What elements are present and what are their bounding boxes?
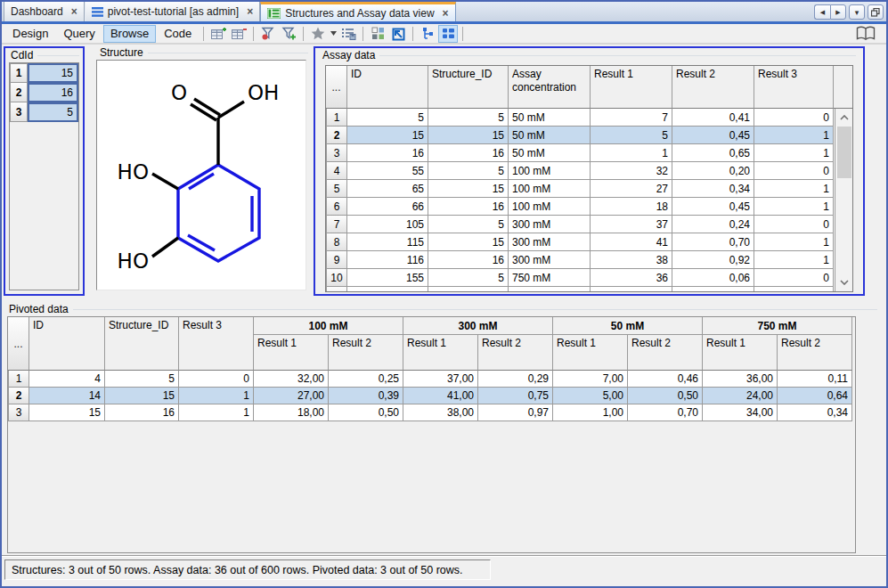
cell[interactable]: 0	[754, 269, 834, 287]
scroll-tabs-left-button[interactable]: ◀	[814, 4, 830, 20]
cell[interactable]: 15	[428, 233, 509, 251]
cell[interactable]: 0	[754, 162, 834, 180]
column-header[interactable]: Structure_ID	[428, 66, 509, 109]
cell[interactable]: 37	[591, 216, 672, 233]
table-row[interactable]: 811515300 mM410,701	[326, 233, 852, 251]
cell[interactable]: 24,00	[703, 388, 778, 404]
cell[interactable]: 1,00	[553, 404, 628, 421]
table-row[interactable]: 4555100 mM320,200	[326, 162, 852, 180]
row-number-cell[interactable]: 11	[326, 287, 347, 292]
cell[interactable]: 50 mM	[509, 144, 591, 162]
row-number-cell[interactable]: 1	[10, 63, 28, 83]
cell[interactable]: 1	[754, 233, 834, 251]
cell[interactable]: 5	[591, 127, 672, 144]
table-row[interactable]: 3161650 mM10,651	[326, 144, 852, 162]
cell[interactable]: 0,46	[628, 371, 703, 388]
cell[interactable]: 0	[754, 109, 834, 127]
cell[interactable]: 0,34	[778, 404, 852, 421]
cell[interactable]: 0,39	[329, 388, 403, 404]
cell[interactable]: 155	[347, 269, 428, 287]
cell[interactable]: 50 mM	[509, 109, 591, 127]
cdid-table[interactable]: 11521635	[9, 62, 79, 290]
cell[interactable]: 34,00	[703, 404, 778, 421]
column-group-header[interactable]: 50 mM	[553, 317, 703, 335]
filter-icon[interactable]	[258, 25, 278, 43]
row-number-cell[interactable]: 4	[326, 162, 347, 180]
cdid-value-cell[interactable]: 5	[28, 102, 78, 122]
cell[interactable]: 0,20	[672, 162, 754, 180]
close-icon[interactable]: ×	[247, 6, 253, 17]
cell[interactable]: 16	[428, 251, 509, 269]
cell[interactable]: 1	[591, 144, 672, 162]
cell[interactable]: 165	[347, 287, 428, 292]
close-icon[interactable]: ×	[71, 6, 77, 17]
column-group-header[interactable]: 100 mM	[254, 317, 403, 335]
column-header[interactable]: Result 2	[778, 335, 852, 371]
cell[interactable]: 5	[428, 109, 509, 127]
add-row-icon[interactable]	[208, 25, 228, 43]
cell[interactable]: 15	[428, 127, 509, 144]
assay-vertical-scrollbar[interactable]	[835, 109, 853, 291]
cell[interactable]: 18	[591, 198, 672, 216]
cell[interactable]: 15	[29, 404, 105, 421]
cell[interactable]: 16	[428, 198, 509, 216]
table-row[interactable]: 216	[10, 83, 78, 102]
cell[interactable]: 38,00	[403, 404, 478, 421]
cell[interactable]: 7,00	[553, 371, 628, 388]
restore-window-icon[interactable]	[868, 4, 884, 20]
column-header[interactable]: Result 2	[478, 335, 553, 371]
tab-pivot-test-tutorial[interactable]: pivot-test-tutorial [as admin] ×	[85, 2, 260, 21]
column-group-header[interactable]: 300 mM	[403, 317, 553, 335]
cell[interactable]: 37,00	[403, 371, 478, 388]
cell[interactable]: 1	[754, 251, 834, 269]
cell[interactable]: 100 mM	[509, 162, 591, 180]
scroll-tabs-right-button[interactable]: ▶	[830, 4, 846, 20]
cell[interactable]: 16	[347, 144, 428, 162]
row-number-cell[interactable]: 7	[326, 216, 347, 233]
cell[interactable]: 115	[347, 233, 428, 251]
favorites-dropdown-icon[interactable]	[329, 25, 338, 43]
cell[interactable]: 300 mM	[509, 233, 591, 251]
cell[interactable]: 0,34	[672, 180, 754, 198]
row-number-cell[interactable]: 3	[326, 144, 347, 162]
table-row[interactable]: 35	[10, 102, 78, 122]
cell[interactable]: 38	[591, 251, 672, 269]
browse-mode-button[interactable]: Browse	[103, 25, 156, 43]
grid-view-icon[interactable]	[438, 25, 458, 43]
cell[interactable]: 0,29	[478, 371, 553, 388]
cell[interactable]: 0,45	[672, 127, 754, 144]
cell[interactable]: 27,00	[254, 388, 329, 404]
table-corner-button[interactable]: ...	[8, 317, 29, 371]
cell[interactable]: 0,70	[672, 233, 754, 251]
column-header[interactable]: Result 1	[403, 335, 478, 371]
scroll-down-icon[interactable]	[835, 275, 853, 290]
cell[interactable]: 300 mM	[509, 251, 591, 269]
column-header[interactable]: Result 1	[703, 335, 778, 371]
table-row[interactable]: 2151550 mM50,451	[326, 127, 852, 144]
column-header[interactable]: Result 3	[179, 317, 254, 371]
cell[interactable]: 1	[754, 127, 834, 144]
cell[interactable]: 750 mM	[509, 269, 591, 287]
cell[interactable]: 0,97	[478, 404, 553, 421]
row-number-cell[interactable]: 6	[326, 198, 347, 216]
cell[interactable]: 15	[428, 180, 509, 198]
widgets-icon[interactable]	[368, 25, 387, 43]
column-group-header[interactable]: 750 mM	[703, 317, 852, 335]
cell[interactable]: 0,41	[672, 109, 754, 127]
cell[interactable]: 0,65	[672, 144, 754, 162]
cell[interactable]: 15	[105, 388, 179, 404]
cell[interactable]: 0,24	[672, 216, 754, 233]
cell[interactable]: 5	[347, 109, 428, 127]
saved-lists-icon[interactable]	[338, 25, 358, 43]
cell[interactable]: 36	[591, 269, 672, 287]
cell[interactable]: 0,25	[329, 371, 403, 388]
cell[interactable]: 16	[428, 144, 509, 162]
cell[interactable]: 5	[428, 216, 509, 233]
cell[interactable]: 15	[347, 127, 428, 144]
cell[interactable]: 0,50	[329, 404, 403, 421]
column-header[interactable]: Result 1	[254, 335, 329, 371]
table-row[interactable]: 71055300 mM370,240	[326, 216, 852, 233]
table-row[interactable]: 56515100 mM270,341	[326, 180, 852, 198]
cell[interactable]: 0,50	[628, 388, 703, 404]
cell[interactable]: 65	[347, 180, 428, 198]
